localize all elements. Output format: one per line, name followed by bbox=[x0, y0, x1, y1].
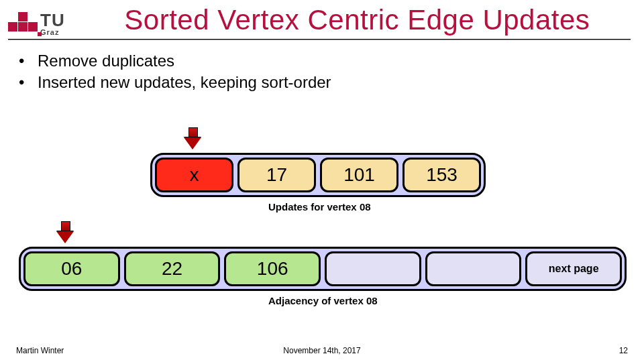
updates-row: x 17 101 153 bbox=[150, 153, 486, 197]
tu-graz-logo: TU Graz bbox=[8, 11, 65, 36]
footer-date: November 14th, 2017 bbox=[0, 346, 644, 355]
logo-mark bbox=[8, 12, 38, 36]
update-cell-deleted: x bbox=[155, 158, 233, 192]
logo-tu: TU bbox=[40, 11, 65, 29]
adjacency-cell-next-page: next page bbox=[525, 251, 622, 286]
down-arrow-icon bbox=[56, 221, 74, 244]
adjacency-row: 06 22 106 next page bbox=[19, 247, 627, 291]
adjacency-cell: 106 bbox=[224, 251, 321, 286]
header: TU Graz Sorted Vertex Centric Edge Updat… bbox=[0, 0, 644, 36]
adjacency-cell-empty bbox=[425, 251, 522, 286]
slide-title: Sorted Vertex Centric Edge Updates bbox=[84, 4, 631, 36]
bullet-item: Inserted new updates, keeping sort-order bbox=[38, 73, 644, 92]
slide: TU Graz Sorted Vertex Centric Edge Updat… bbox=[0, 0, 644, 362]
adjacency-caption: Adjacency of vertex 08 bbox=[268, 295, 378, 306]
adjacency-cell: 22 bbox=[124, 251, 221, 286]
updates-caption: Updates for vertex 08 bbox=[268, 201, 371, 213]
down-arrow-icon bbox=[184, 127, 201, 150]
adjacency-cell: 06 bbox=[23, 251, 120, 286]
update-cell: 17 bbox=[237, 158, 316, 192]
title-underline bbox=[8, 39, 631, 40]
update-cell: 153 bbox=[402, 158, 481, 192]
update-cell: 101 bbox=[320, 158, 398, 192]
logo-text: TU Graz bbox=[40, 11, 65, 36]
footer: Martin Winter November 14th, 2017 12 bbox=[0, 343, 644, 362]
bullet-item: Remove duplicates bbox=[38, 52, 644, 70]
bullet-list: Remove duplicates Inserted new updates, … bbox=[38, 52, 644, 92]
adjacency-cell-empty bbox=[325, 251, 421, 286]
